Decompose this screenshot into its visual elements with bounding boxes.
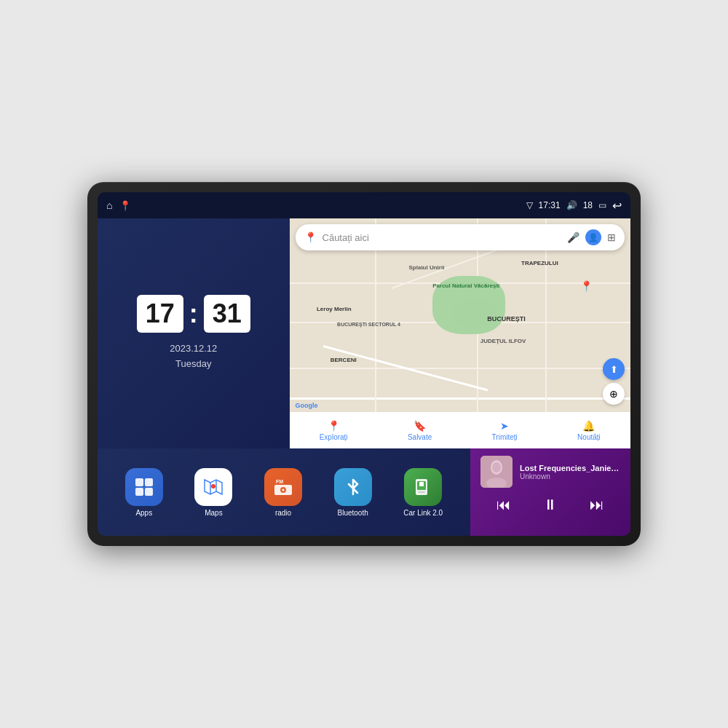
map-label-berceni: BERCENI [331, 357, 357, 363]
bottom-section: Apps Maps [98, 448, 630, 536]
map-search-placeholder: Căutați aici [323, 232, 561, 243]
clock-panel: 17 : 31 2023.12.12 Tuesday [98, 218, 290, 448]
grid-icon[interactable]: ⊞ [607, 232, 616, 243]
account-icon[interactable]: 👤 [585, 229, 601, 245]
svg-rect-3 [145, 488, 153, 496]
voice-search-icon[interactable]: 🎤 [567, 232, 579, 243]
share-icon: ➤ [500, 420, 509, 432]
clock-hour: 17 [137, 295, 183, 333]
clock-colon: : [189, 298, 198, 329]
prev-button[interactable]: ⏮ [491, 494, 517, 516]
app-item-maps[interactable]: Maps [194, 468, 232, 517]
map-search-icons: 🎤 👤 ⊞ [567, 229, 616, 245]
map-label-splai: Splaiul Unirii [408, 264, 444, 271]
svg-rect-14 [418, 491, 425, 493]
maps-status-icon[interactable]: 📍 [119, 200, 131, 211]
next-button[interactable]: ⏭ [584, 494, 610, 516]
clock-display: 17 : 31 [137, 295, 250, 333]
svg-rect-2 [135, 488, 143, 496]
explore-label: Explorați [320, 433, 348, 441]
map-bottom-bar: 📍 Explorați 🔖 Salvate ➤ Trimiteți 🔔 [290, 412, 630, 448]
signal-icon: ▽ [526, 200, 533, 210]
radio-icon-box: FM [264, 468, 302, 506]
status-bar: ⌂ 📍 ▽ 17:31 🔊 18 ▭ ↩ [98, 192, 630, 218]
apps-label: Apps [135, 509, 152, 517]
time-display: 17:31 [539, 200, 561, 210]
apps-panel: Apps Maps [98, 448, 470, 536]
map-pin-icon: 📍 [304, 232, 317, 243]
map-label-leroy: Leroy Merlin [317, 306, 352, 312]
news-icon: 🔔 [582, 420, 595, 432]
map-label-sector4: BUCUREȘTI SECTORUL 4 [337, 322, 400, 327]
clock-minute: 31 [204, 295, 250, 333]
svg-rect-1 [145, 478, 153, 486]
bluetooth-label: Bluetooth [337, 509, 368, 517]
carlink-label: Car Link 2.0 [403, 509, 443, 517]
music-info: Lost Frequencies_Janieck Devy-... Unknow… [480, 456, 620, 488]
battery-icon: ▭ [598, 200, 606, 210]
status-left-icons: ⌂ 📍 [106, 199, 131, 211]
top-section: 17 : 31 2023.12.12 Tuesday [98, 218, 630, 448]
svg-point-7 [211, 484, 215, 488]
back-icon[interactable]: ↩ [612, 199, 622, 213]
news-label: Noutăți [577, 433, 601, 441]
status-right-info: ▽ 17:31 🔊 18 ▭ ↩ [526, 199, 622, 213]
home-icon[interactable]: ⌂ [106, 199, 112, 211]
share-label: Trimiteți [492, 433, 518, 441]
map-nav-explore[interactable]: 📍 Explorați [320, 420, 348, 441]
map-navigate-icon[interactable]: ⬆ [603, 358, 625, 380]
play-pause-button[interactable]: ⏸ [537, 494, 563, 516]
map-label-bucuresti: BUCUREȘTI [487, 315, 526, 323]
saved-icon: 🔖 [414, 420, 426, 432]
app-item-carlink[interactable]: Car Link 2.0 [403, 468, 443, 517]
clock-date: 2023.12.12 Tuesday [170, 341, 217, 372]
google-logo: Google [296, 402, 318, 409]
map-label-parc: Parcul Natural Văcărești [432, 282, 499, 289]
car-head-unit: ⌂ 📍 ▽ 17:31 🔊 18 ▭ ↩ 17 : [87, 182, 641, 546]
svg-point-10 [282, 488, 285, 491]
bluetooth-icon-box [334, 468, 372, 506]
app-item-radio[interactable]: FM radio [264, 468, 302, 517]
map-nav-saved[interactable]: 🔖 Salvate [408, 420, 432, 441]
album-face [480, 456, 513, 488]
map-panel[interactable]: TRAPEZULUI BUCUREȘTI JUDEȚUL ILFOV BERCE… [290, 218, 630, 448]
explore-icon: 📍 [328, 420, 340, 432]
device-screen: ⌂ 📍 ▽ 17:31 🔊 18 ▭ ↩ 17 : [98, 192, 630, 536]
music-panel: Lost Frequencies_Janieck Devy-... Unknow… [470, 448, 630, 536]
carlink-icon-box [404, 468, 442, 506]
svg-text:FM: FM [276, 479, 283, 484]
svg-point-18 [492, 462, 501, 472]
maps-icon-box [194, 468, 232, 506]
music-text: Lost Frequencies_Janieck Devy-... Unknow… [520, 464, 620, 480]
battery-level: 18 [583, 200, 593, 210]
map-label-trapezului: TRAPEZULUI [521, 260, 558, 266]
radio-label: radio [275, 509, 291, 517]
volume-icon: 🔊 [566, 200, 577, 210]
map-search-bar[interactable]: 📍 Căutați aici 🎤 👤 ⊞ [296, 224, 625, 250]
main-area: 17 : 31 2023.12.12 Tuesday [98, 218, 630, 536]
music-artist: Unknown [520, 472, 620, 480]
map-red-pin-icon: 📍 [580, 280, 593, 292]
app-item-apps[interactable]: Apps [125, 468, 163, 517]
svg-rect-0 [135, 478, 143, 486]
svg-rect-15 [419, 482, 424, 486]
map-label-ilfov: JUDEȚUL ILFOV [480, 338, 526, 344]
maps-label: Maps [205, 509, 222, 517]
album-art [480, 456, 513, 488]
saved-label: Salvate [408, 433, 432, 441]
map-nav-news[interactable]: 🔔 Noutăți [577, 420, 601, 441]
music-title: Lost Frequencies_Janieck Devy-... [520, 464, 620, 472]
apps-icon-box [125, 468, 163, 506]
map-nav-share[interactable]: ➤ Trimiteți [492, 420, 518, 441]
music-controls: ⏮ ⏸ ⏭ [480, 494, 620, 516]
app-item-bluetooth[interactable]: Bluetooth [334, 468, 372, 517]
map-compass-icon[interactable]: ⊕ [603, 383, 625, 405]
